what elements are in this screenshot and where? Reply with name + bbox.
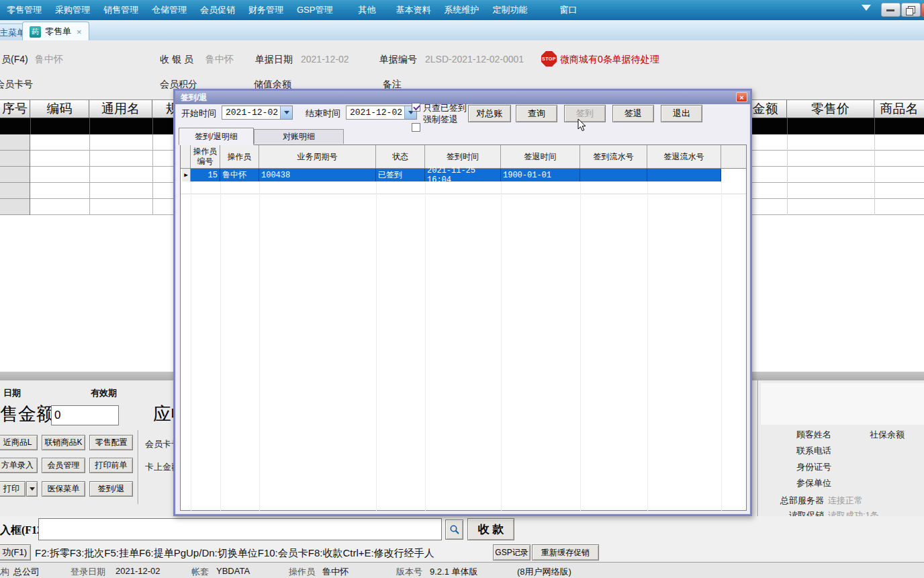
menu-window[interactable]: 窗口 — [553, 0, 584, 20]
menu-purchase[interactable]: 采购管理 — [48, 0, 97, 20]
member-card-label: 会员卡号 — [0, 79, 33, 91]
grid-line — [874, 118, 875, 134]
prescription-entry-button[interactable]: 方单录入 — [0, 458, 38, 473]
divider — [757, 380, 758, 516]
query-button[interactable]: 查询 — [516, 105, 557, 122]
menu-warehouse[interactable]: 仓储管理 — [145, 0, 193, 20]
col-operator-id[interactable]: 操作员编号 — [191, 145, 220, 168]
tab-close-icon[interactable]: × — [77, 27, 82, 37]
cell-signin-time: 2021-11-25 16:04 — [425, 169, 501, 181]
end-time-label: 结束时间 — [306, 108, 340, 120]
similar-goods-button[interactable]: 近商品L — [0, 435, 38, 450]
menu-gsp[interactable]: GSP管理 — [290, 0, 339, 20]
chevron-down-icon[interactable] — [280, 106, 292, 119]
force-signout-checkbox[interactable] — [412, 123, 420, 132]
menu-retail[interactable]: 零售管理 — [0, 0, 48, 20]
print-button[interactable]: 打印 — [0, 481, 26, 497]
col-signout-serial[interactable]: 签退流水号 — [647, 145, 721, 168]
start-time-value: 2021-12-02 — [222, 108, 280, 118]
retail-config-button[interactable]: 零售配置 — [89, 435, 133, 450]
col-status[interactable]: 状态 — [376, 145, 425, 168]
cell-signin-serial — [580, 169, 647, 181]
minimize-button[interactable] — [881, 3, 900, 17]
menu-finance[interactable]: 财务管理 — [242, 0, 290, 20]
end-time-value: 2021-12-02 — [346, 108, 404, 118]
row-marker: ▶ — [182, 169, 191, 181]
cell-status: 已签到 — [376, 169, 425, 181]
dialog-title: 签到/退 — [181, 92, 207, 104]
grid-line — [89, 118, 90, 134]
col-cycle-no[interactable]: 业务周期号 — [259, 145, 376, 168]
exit-button[interactable]: 退出 — [661, 105, 702, 122]
divider — [138, 430, 138, 504]
medicare-menu-button[interactable]: 医保菜单 — [42, 481, 85, 497]
sign-out-button[interactable]: 签退 — [612, 105, 654, 122]
bill-date-value: 2021-12-02 — [301, 54, 349, 65]
menu-custom[interactable]: 定制功能 — [486, 0, 534, 20]
gsp-record-button[interactable]: GSP记录 — [493, 544, 530, 561]
menu-member-promo[interactable]: 会员促销 — [193, 0, 242, 20]
restore-button[interactable] — [901, 3, 921, 17]
grid-line — [874, 134, 875, 215]
col-signout-time[interactable]: 签退时间 — [501, 145, 580, 168]
wechat-mall-notice: 微商城有0条单据待处理 — [560, 54, 659, 66]
table-row[interactable]: ▶ 15 鲁中怀 100438 已签到 2021-11-25 16:04 190… — [181, 169, 746, 181]
tab-retail-bill[interactable]: 药 零售单 × — [22, 22, 89, 41]
search-button[interactable] — [445, 520, 463, 540]
help-f1-button[interactable]: 功(F1) — [0, 544, 31, 561]
col-signin-time[interactable]: 签到时间 — [425, 145, 501, 168]
account-set-label: 帐套 — [191, 566, 209, 578]
recache-promo-button[interactable]: 重新缓存促销 — [532, 544, 599, 561]
print-dropdown-button[interactable] — [26, 481, 38, 497]
reconcile-button[interactable]: 对总账 — [468, 105, 511, 122]
only-signed-label: 只查已签到 — [423, 102, 467, 114]
end-time-combo[interactable]: 2021-12-02 — [346, 106, 417, 120]
customer-name-label: 顾客姓名 — [796, 429, 831, 441]
close-icon: × — [739, 93, 743, 101]
grid-line — [787, 134, 788, 215]
stop-icon[interactable]: STOP — [541, 51, 557, 67]
menu-system[interactable]: 系统维护 — [437, 0, 486, 20]
version-label: 版本号 — [396, 566, 422, 578]
related-goods-button[interactable]: 联销商品K — [42, 435, 85, 450]
pay-button[interactable]: 收 款 — [467, 518, 514, 540]
goods-col-name[interactable]: 通用名 — [89, 99, 152, 118]
menu-other[interactable]: 其他 — [351, 0, 382, 20]
login-date-value: 2021-12-02 — [116, 566, 160, 576]
tab-sign-detail[interactable]: 签到/退明细 — [179, 128, 254, 145]
barcode-entry-input[interactable] — [38, 518, 442, 540]
medicine-icon: 药 — [30, 26, 41, 38]
retail-amount-input[interactable] — [51, 405, 119, 425]
col-operator[interactable]: 操作员 — [220, 145, 259, 168]
start-time-combo[interactable]: 2021-12-02 — [222, 106, 293, 120]
production-date-label: 日期 — [3, 387, 21, 399]
menu-sales[interactable]: 销售管理 — [97, 0, 145, 20]
close-button[interactable] — [921, 3, 924, 17]
grid-line — [259, 181, 260, 511]
print-previous-button[interactable]: 打印前单 — [89, 458, 133, 473]
goods-col-price[interactable]: 零售价 — [787, 99, 874, 118]
bill-no-label: 单据编号 — [379, 54, 417, 66]
grid-line — [501, 181, 502, 511]
sign-in-out-button[interactable]: 签到/退 — [89, 481, 133, 497]
member-manage-button[interactable]: 会员管理 — [42, 458, 85, 473]
chevron-down-icon[interactable] — [862, 5, 871, 11]
tab-account-detail[interactable]: 对账明细 — [254, 129, 344, 144]
goods-col-product[interactable]: 商品名 — [874, 99, 924, 118]
id-number-label: 身份证号 — [796, 461, 831, 473]
menu-basic-data[interactable]: 基本资料 — [389, 0, 437, 20]
phone-label: 联系电话 — [796, 445, 831, 457]
goods-col-seq[interactable]: 序号 — [0, 99, 30, 118]
table-row-empty[interactable] — [181, 181, 746, 194]
clerk-label: 员(F4) — [1, 54, 28, 66]
entry-row: 入框(F12) 收 款 — [0, 516, 924, 543]
only-signed-checkbox[interactable] — [412, 103, 420, 112]
hq-server-label: 总部服务器 — [780, 495, 824, 507]
mouse-cursor — [578, 118, 587, 132]
col-signin-serial[interactable]: 签到流水号 — [580, 145, 647, 168]
dialog-close-button[interactable]: × — [736, 92, 747, 102]
version-value: 9.2.1 单体版 — [430, 566, 478, 578]
sign-records-table: 操作员编号 操作员 业务周期号 状态 签到时间 签退时间 签到流水号 签退流水号… — [180, 144, 747, 511]
goods-col-code[interactable]: 编码 — [30, 99, 89, 118]
social-balance-label: 社保余额 — [870, 429, 905, 441]
